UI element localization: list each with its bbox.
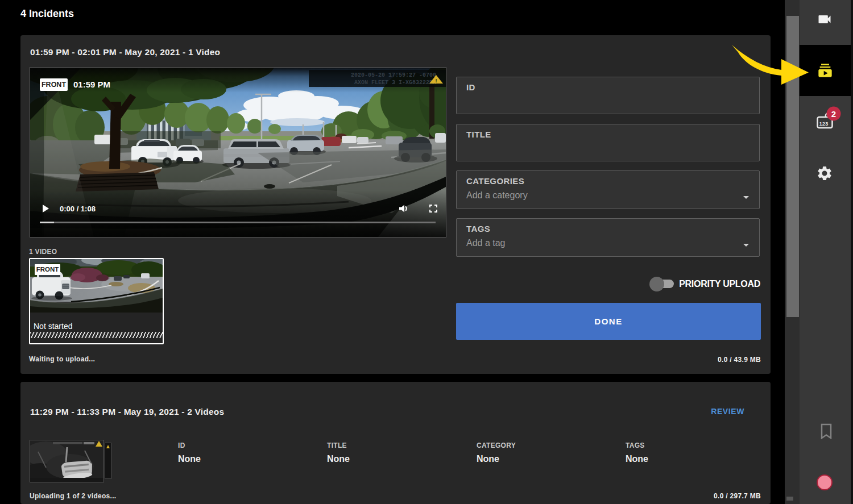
svg-text:123: 123 xyxy=(819,120,829,127)
svg-text:!: ! xyxy=(436,78,437,84)
svg-text:AXON FLEET 3 I-XG83222RK: AXON FLEET 3 I-XG83222RK xyxy=(354,80,436,86)
svg-text:2: 2 xyxy=(831,109,836,119)
svg-text:2020-05-20 17:59:27 -0700: 2020-05-20 17:59:27 -0700 xyxy=(351,72,436,78)
